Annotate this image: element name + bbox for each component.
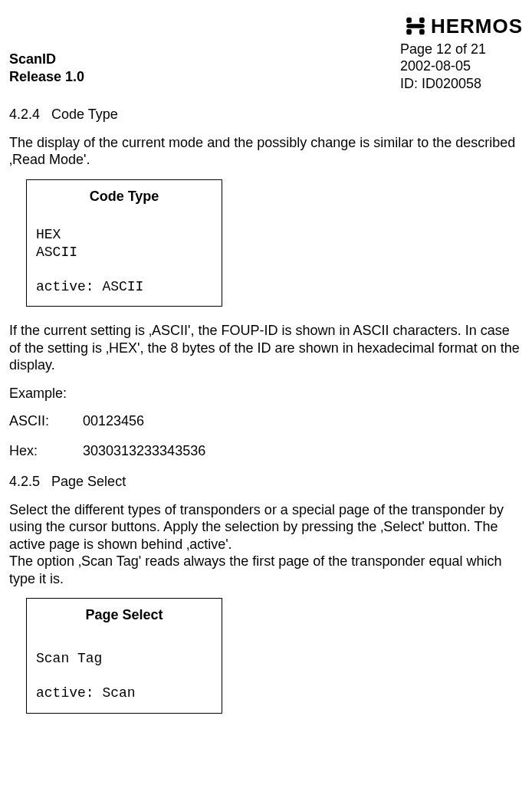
doc-date: 2002-08-05 [400,57,523,75]
example-label: Example: [9,385,523,402]
svg-rect-4 [406,24,425,28]
section425-para2: The option ‚Scan Tag' reads always the f… [9,553,523,587]
page-total: 21 [471,41,486,57]
example-row-ascii: ASCII: 00123456 [9,412,523,430]
release-label: Release 1.0 [9,68,84,86]
hermos-logo-icon [405,15,426,37]
page-number: Page 12 of 21 [400,41,523,58]
svg-rect-2 [406,29,412,34]
page-select-box-title: Page Select [36,606,212,624]
svg-rect-3 [419,29,425,34]
page-of: of [452,41,471,57]
page-current: 12 [436,41,452,57]
logo: HERMOS [400,14,523,39]
code-type-box-body: HEX ASCII active: ASCII [36,226,212,295]
ascii-label: ASCII: [9,412,83,430]
section424-after-box: If the current setting is ‚ASCII', the F… [9,322,523,374]
header-left: ScanID Release 1.0 [9,14,84,85]
section-heading-424: 4.2.4 Code Type [9,106,523,123]
ascii-value: 00123456 [83,412,144,430]
page-prefix: Page [400,41,436,57]
page-select-box-body: Scan Tag active: Scan [36,633,212,702]
section-title: Code Type [51,107,118,122]
logo-text: HERMOS [431,14,523,39]
svg-rect-0 [406,18,412,23]
section-heading-425: 4.2.5 Page Select [9,473,523,491]
product-name: ScanID [9,51,84,68]
section-title: Page Select [51,474,126,489]
header-right: HERMOS Page 12 of 21 2002-08-05 ID: ID02… [400,14,523,92]
page-select-display-box: Page Select Scan Tag active: Scan [26,598,222,714]
example-table: ASCII: 00123456 Hex: 3030313233343536 [9,412,523,459]
hex-label: Hex: [9,442,83,460]
section425-para1: Select the different types of transponde… [9,501,523,553]
example-row-hex: Hex: 3030313233343536 [9,442,523,460]
page-header: ScanID Release 1.0 HERMOS Page 12 of 21 [9,14,523,92]
hex-value: 3030313233343536 [83,442,205,460]
section-number: 4.2.5 [9,474,40,489]
code-type-display-box: Code Type HEX ASCII active: ASCII [26,179,222,307]
doc-id: ID: ID020058 [400,75,523,93]
section-number: 4.2.4 [9,107,40,122]
document-page: ScanID Release 1.0 HERMOS Page 12 of 21 [0,0,532,811]
section424-intro: The display of the current mode and the … [9,134,523,169]
code-type-box-title: Code Type [36,188,212,205]
svg-rect-1 [419,18,425,23]
